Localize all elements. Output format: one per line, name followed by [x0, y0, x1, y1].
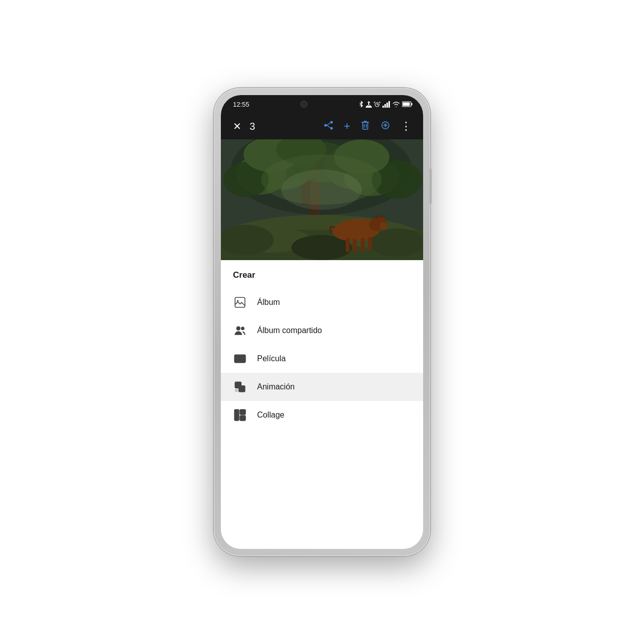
svg-rect-51	[234, 355, 246, 362]
svg-rect-3	[386, 103, 388, 108]
status-bar: 12:55	[221, 95, 423, 113]
status-icons	[358, 101, 413, 108]
svg-rect-46	[221, 139, 423, 260]
svg-point-10	[331, 127, 333, 129]
menu-item-animation[interactable]: Animación	[221, 373, 423, 401]
photo-area	[221, 139, 423, 260]
phone-container: 12:55	[214, 88, 430, 556]
svg-rect-61	[235, 389, 237, 391]
battery-icon	[402, 101, 413, 107]
camera-notch	[300, 101, 307, 108]
svg-point-8	[331, 121, 333, 123]
bottom-sheet: Crear Álbum	[221, 260, 423, 549]
delete-button[interactable]	[356, 116, 374, 137]
menu-item-album[interactable]: Álbum	[221, 288, 423, 316]
animation-icon	[233, 380, 247, 394]
alarm-icon	[374, 101, 380, 108]
wifi-icon	[392, 102, 400, 107]
top-action-bar: ✕ 3 +	[221, 113, 423, 139]
lens-button[interactable]	[376, 116, 394, 137]
svg-rect-6	[411, 103, 412, 106]
svg-line-12	[327, 125, 331, 128]
menu-item-collage[interactable]: Collage	[221, 401, 423, 429]
album-label: Álbum	[257, 298, 280, 307]
svg-rect-64	[240, 416, 246, 421]
selected-count: 3	[250, 121, 319, 132]
menu-item-shared-album[interactable]: Álbum compartido	[221, 316, 423, 345]
shared-album-icon	[233, 324, 247, 338]
svg-point-50	[242, 327, 244, 330]
movie-label: Película	[257, 354, 286, 363]
status-time: 12:55	[233, 101, 250, 108]
collage-label: Collage	[257, 411, 284, 420]
svg-point-48	[237, 300, 238, 301]
svg-line-11	[327, 123, 331, 125]
phone-screen: 12:55	[221, 95, 423, 549]
svg-rect-63	[240, 410, 246, 415]
svg-rect-4	[388, 101, 390, 108]
svg-rect-59	[239, 386, 245, 392]
signal-icon	[382, 101, 390, 108]
svg-rect-60	[239, 382, 242, 384]
shared-album-label: Álbum compartido	[257, 326, 322, 335]
add-button[interactable]: +	[340, 116, 354, 137]
album-icon	[233, 295, 247, 309]
sheet-title: Crear	[221, 270, 423, 288]
photo-scene	[221, 139, 423, 260]
menu-item-movie[interactable]: Película	[221, 345, 423, 373]
more-button[interactable]: ⋮	[396, 116, 415, 137]
close-button[interactable]: ✕	[229, 116, 246, 136]
svg-rect-47	[235, 297, 245, 307]
share-button[interactable]	[319, 116, 338, 137]
action-buttons: +	[319, 116, 415, 137]
svg-rect-7	[403, 103, 410, 106]
svg-point-9	[325, 124, 327, 126]
movie-icon	[233, 352, 247, 366]
svg-point-49	[237, 327, 240, 330]
collage-icon	[233, 408, 247, 422]
animation-label: Animación	[257, 382, 295, 391]
mute-icon	[366, 101, 372, 108]
svg-rect-62	[234, 410, 239, 421]
bluetooth-icon	[358, 101, 364, 108]
svg-rect-2	[384, 104, 386, 108]
svg-rect-1	[382, 106, 384, 108]
